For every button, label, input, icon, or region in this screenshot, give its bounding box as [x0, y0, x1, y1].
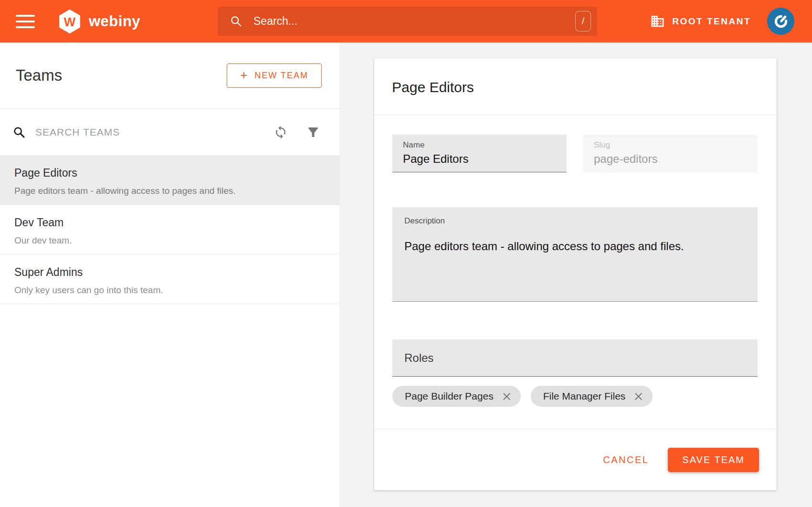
topbar-right: ROOT TENANT — [650, 8, 794, 35]
slug-label: Slug — [594, 140, 747, 150]
roles-field[interactable]: Roles — [392, 339, 758, 377]
team-description: Our dev team. — [14, 235, 325, 246]
roles-label: Roles — [404, 351, 433, 365]
team-detail-header: Page Editors — [374, 58, 777, 115]
form-title: Page Editors — [392, 79, 758, 95]
chip-remove-icon[interactable] — [502, 391, 512, 401]
refresh-icon — [274, 125, 288, 139]
slug-input — [594, 152, 747, 166]
form-actions: CANCEL SAVE TEAM — [374, 429, 777, 490]
user-avatar-button[interactable] — [767, 8, 794, 35]
refresh-button[interactable] — [274, 125, 288, 139]
description-textarea[interactable]: Page editors team - allowing access to p… — [404, 239, 746, 301]
team-description: Page editors team - allowing access to p… — [14, 186, 325, 196]
team-list-item-dev-team[interactable]: Dev Team Our dev team. — [0, 205, 339, 254]
search-teams-input[interactable] — [35, 127, 274, 138]
plus-icon: + — [240, 69, 248, 81]
role-chip-file-manager-files[interactable]: File Manager Files — [531, 386, 653, 407]
global-search[interactable]: / — [218, 7, 597, 36]
teams-panel: Teams + NEW TEAM — [0, 42, 339, 507]
roles-chips: Page Builder Pages File Manager Files — [392, 386, 758, 407]
name-slug-row: Name Slug — [392, 135, 758, 172]
tenant-selector[interactable]: ROOT TENANT — [650, 14, 751, 29]
teams-search-bar — [0, 109, 339, 155]
new-team-button[interactable]: + NEW TEAM — [227, 63, 322, 88]
chip-remove-icon[interactable] — [633, 391, 643, 401]
description-label: Description — [404, 216, 746, 226]
brand-logo[interactable]: W webiny — [57, 9, 140, 34]
name-field[interactable]: Name — [392, 135, 567, 172]
team-name: Page Editors — [14, 167, 325, 180]
team-detail-card: Page Editors Name Slug De — [374, 58, 777, 490]
power-avatar-icon — [772, 13, 790, 30]
svg-text:W: W — [64, 15, 76, 28]
name-label: Name — [403, 140, 556, 150]
team-list: Page Editors Page editors team - allowin… — [0, 155, 339, 304]
page-title: Teams — [16, 66, 62, 84]
team-list-item-page-editors[interactable]: Page Editors Page editors team - allowin… — [0, 155, 339, 205]
team-form: Name Slug Description Page editors team … — [374, 115, 777, 429]
cancel-button[interactable]: CANCEL — [603, 454, 649, 465]
slash-shortcut-badge: / — [575, 11, 591, 32]
chip-label: File Manager Files — [543, 391, 626, 402]
new-team-label: NEW TEAM — [254, 71, 308, 81]
slug-field: Slug — [583, 135, 758, 172]
team-detail-area: Page Editors Name Slug De — [339, 42, 812, 507]
filter-button[interactable] — [306, 125, 320, 139]
team-name: Dev Team — [14, 216, 325, 229]
teams-panel-header: Teams + NEW TEAM — [0, 42, 339, 109]
search-teams-icon — [12, 126, 26, 139]
name-input[interactable] — [403, 152, 556, 166]
building-icon — [650, 14, 665, 29]
tenant-label: ROOT TENANT — [672, 16, 751, 27]
save-team-button[interactable]: SAVE TEAM — [668, 448, 759, 472]
webiny-hexagon-icon: W — [57, 9, 83, 34]
team-description: Only key users can go into this team. — [14, 285, 325, 296]
app-root: W webiny / ROOT TENANT — [0, 0, 812, 507]
global-search-input[interactable] — [253, 15, 575, 28]
topbar: W webiny / ROOT TENANT — [0, 0, 812, 42]
search-icon — [230, 15, 243, 28]
team-list-item-super-admins[interactable]: Super Admins Only key users can go into … — [0, 254, 339, 304]
chip-label: Page Builder Pages — [405, 391, 494, 402]
filter-icon — [306, 125, 320, 139]
description-field[interactable]: Description Page editors team - allowing… — [392, 207, 758, 302]
role-chip-page-builder-pages[interactable]: Page Builder Pages — [392, 386, 521, 407]
main-area: Teams + NEW TEAM — [0, 42, 812, 507]
brand-name: webiny — [89, 13, 140, 30]
menu-icon[interactable] — [16, 15, 35, 28]
team-name: Super Admins — [14, 266, 325, 279]
